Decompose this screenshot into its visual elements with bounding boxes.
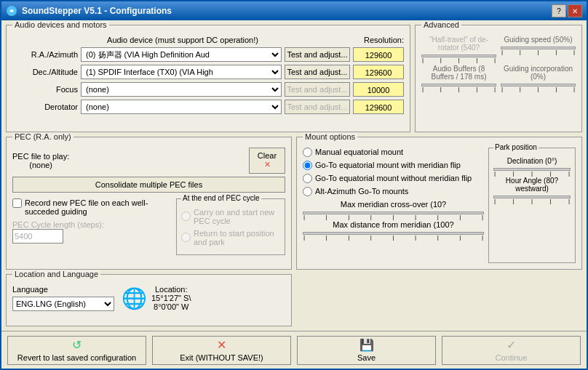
resolution-header: Resolution: — [353, 36, 404, 44]
save-icon: 💾 — [359, 338, 374, 352]
exit-icon: ✕ — [217, 338, 226, 352]
hour-angle-item: Hour Angle (80?westward) ||||| — [493, 177, 571, 198]
pec-file-label: PEC file to play: — [12, 152, 69, 161]
return-label: Return to start position and park — [194, 229, 280, 246]
focus-row: Focus (none) Test and adjust... 10000 — [12, 82, 404, 97]
location-inner: Language ENG.LNG (English) 🌐 Location:15… — [12, 285, 285, 311]
mount-label-0: Manual equatorial mount — [315, 148, 403, 156]
derotator-resolution: 129600 — [353, 100, 404, 114]
pec-file-value: (none) — [12, 161, 69, 169]
clear-button[interactable]: Clear ✕ — [249, 148, 285, 174]
continue-button[interactable]: ✓ Continue — [442, 336, 581, 365]
end-of-pec-title: At the end of PEC cycle — [181, 194, 261, 202]
mount-main: Manual equatorial mount Go-To equatorial… — [303, 148, 484, 264]
clear-label: Clear — [258, 151, 277, 160]
save-button[interactable]: 💾 Save — [297, 336, 436, 365]
audio-section-title: Audio devices and motors — [12, 20, 109, 29]
guiding-speed-slider[interactable]: ||||| — [501, 47, 576, 49]
carry-on-option: Carry on and start new PEC cycle — [181, 208, 280, 225]
declination-slider[interactable]: ||||| — [493, 168, 571, 171]
guiding-speed-item: Guiding speed (50%) ||||| — [501, 36, 576, 60]
exit-label: Exit (WITHOUT SAVE!) — [180, 353, 263, 362]
pec-cycle-length: PEC Cycle length (steps): — [12, 220, 172, 244]
declination-item: Declination (0°) ||||| — [493, 157, 571, 171]
park-title: Park position — [493, 143, 539, 151]
mount-section: Mount options Manual equatorial mount Go… — [296, 137, 582, 270]
derotator-label: Derotator — [12, 102, 78, 111]
focus-device-select[interactable]: (none) — [81, 82, 282, 97]
max-distance-slider[interactable]: ||||||||| — [303, 232, 484, 235]
half-travel-item: "Half-travel" of de-rotator (540? ||||| — [421, 36, 496, 60]
pec-end-cycle: At the end of PEC cycle Carry on and sta… — [176, 198, 285, 255]
audio-buffers-slider[interactable]: ||||| — [421, 84, 496, 87]
focus-label: Focus — [12, 85, 78, 94]
help-button[interactable]: ? — [552, 4, 566, 17]
dec-row: Dec./Altitude (1) SPDIF Interface (TX0) … — [12, 65, 404, 79]
half-travel-label: "Half-travel" of de-rotator (540? — [421, 36, 496, 52]
mount-option-1: Go-To equatorial mount with meridian fli… — [303, 161, 484, 170]
declination-label: Declination (0°) — [493, 157, 571, 165]
mount-radio-2[interactable] — [303, 174, 312, 183]
pec-checkbox-row: Record new PEC file on each well-succede… — [12, 198, 172, 216]
derotator-device-select[interactable]: (none) — [81, 100, 282, 114]
audio-buffers-item: Audio Buffers (8 Buffers / 178 ms) ||||| — [421, 65, 496, 89]
mount-option-2: Go-To equatorial mount without meridian … — [303, 174, 484, 183]
language-container: Language ENG.LNG (English) — [12, 285, 114, 311]
mount-label-3: Alt-Azimuth Go-To mounts — [315, 187, 408, 196]
hour-angle-slider[interactable]: ||||| — [493, 196, 571, 198]
guiding-incorporation-slider[interactable]: ||||| — [501, 84, 576, 87]
location-title: Location and Language — [12, 270, 100, 278]
ra-resolution: 129600 — [353, 47, 404, 62]
max-meridian-container: Max meridian cross-over (10? ||||||||| — [303, 200, 484, 214]
dec-device-select[interactable]: (1) SPDIF Interface (TX0) (VIA High — [81, 65, 282, 79]
derotator-row: Derotator (none) Test and adjust... 1296… — [12, 100, 404, 114]
consolidate-button[interactable]: Consolidate multiple PEC files — [12, 177, 285, 193]
mount-radio-3[interactable] — [303, 187, 312, 196]
ra-row: R.A./Azimuth (0) 扬声器 (VIA High Definitio… — [12, 47, 404, 62]
mount-radio-1[interactable] — [303, 161, 312, 170]
location-text: Location:15°1'27" S\8°0'00" W — [151, 285, 191, 311]
return-radio[interactable] — [181, 233, 191, 242]
derotator-test-button[interactable]: Test and adjust... — [285, 100, 350, 114]
pec-file-row: PEC file to play: (none) Clear ✕ — [12, 148, 285, 174]
audio-buffers-label: Audio Buffers (8 Buffers / 178 ms) — [421, 65, 496, 81]
half-travel-slider[interactable]: ||||| — [421, 55, 496, 57]
ra-test-button[interactable]: Test and adjust... — [285, 47, 350, 62]
focus-test-button[interactable]: Test and adjust... — [285, 82, 350, 97]
guiding-incorporation-label: Guiding incorporation (0%) — [501, 65, 576, 81]
cycle-length-label: PEC Cycle length (steps): — [12, 220, 172, 229]
language-select[interactable]: ENG.LNG (English) — [12, 297, 114, 311]
app-icon — [6, 5, 17, 17]
main-content: Audio devices and motors Audio device (m… — [1, 20, 587, 331]
record-pec-label: Record new PEC file on each well-succede… — [25, 198, 172, 216]
location-section: Location and Language Language ENG.LNG (… — [6, 274, 292, 326]
park-section: Park position Declination (0°) ||||| Hou… — [488, 148, 576, 264]
ra-device-select[interactable]: (0) 扬声器 (VIA High Definition Aud — [81, 47, 282, 62]
record-pec-checkbox[interactable] — [12, 198, 22, 208]
dec-resolution: 129600 — [353, 65, 404, 79]
dec-label: Dec./Altitude — [12, 68, 78, 76]
window-title: SoundStepper V5.1 - Configurations — [22, 6, 172, 16]
title-bar: SoundStepper V5.1 - Configurations ? ✕ — [1, 1, 587, 20]
max-distance-label: Max distance from meridian (100? — [303, 220, 484, 229]
return-option: Return to start position and park — [181, 229, 280, 246]
guiding-speed-label: Guiding speed (50%) — [501, 36, 576, 44]
pec-lower: Record new PEC file on each well-succede… — [12, 198, 285, 255]
advanced-section: Advanced "Half-travel" of de-rotator (54… — [415, 25, 582, 132]
max-meridian-slider[interactable]: ||||||||| — [303, 212, 484, 214]
max-distance-container: Max distance from meridian (100? |||||||… — [303, 220, 484, 235]
dec-test-button[interactable]: Test and adjust... — [285, 65, 350, 79]
bottom-bar: ↺ Revert to last saved configuration ✕ E… — [1, 331, 587, 369]
title-buttons: ? ✕ — [552, 4, 582, 17]
carry-on-radio[interactable] — [181, 212, 191, 221]
max-meridian-label: Max meridian cross-over (10? — [303, 200, 484, 209]
mount-radio-0[interactable] — [303, 148, 312, 157]
cycle-length-input[interactable] — [12, 229, 63, 244]
revert-button[interactable]: ↺ Revert to last saved configuration — [7, 336, 146, 365]
device-header: Audio device (must support DC operation!… — [78, 36, 287, 44]
exit-button[interactable]: ✕ Exit (WITHOUT SAVE!) — [152, 336, 291, 365]
clear-x-icon: ✕ — [264, 160, 271, 169]
revert-icon: ↺ — [72, 338, 82, 352]
audio-section: Audio devices and motors Audio device (m… — [6, 25, 582, 132]
close-button[interactable]: ✕ — [568, 4, 582, 17]
